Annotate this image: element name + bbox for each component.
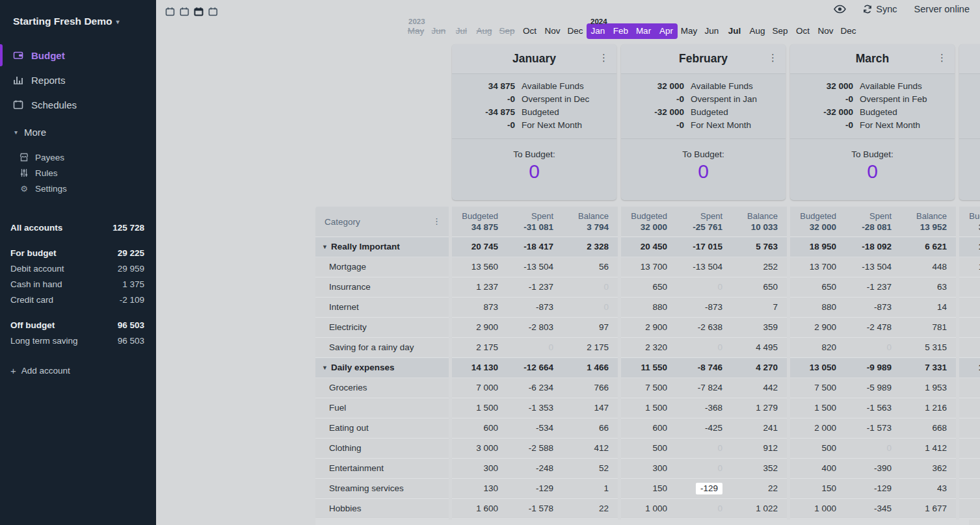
balance-cell[interactable]: 14	[901, 298, 956, 318]
budgeted-cell[interactable]: 7 000	[452, 378, 507, 398]
category-name[interactable]: Insurrance	[315, 277, 449, 298]
spent-cell[interactable]: 0	[845, 439, 901, 459]
budgeted-cell[interactable]: 1 500	[621, 398, 676, 418]
balance-cell[interactable]: 0	[563, 298, 618, 318]
balance-cell[interactable]: 22	[732, 479, 787, 499]
budgeted-cell[interactable]: 11 550	[621, 358, 676, 378]
budget-file-selector[interactable]: Starting Fresh Demo ▾	[0, 0, 156, 27]
budgeted-cell[interactable]: 3 000	[959, 499, 980, 519]
budgeted-cell[interactable]: 150	[790, 479, 845, 499]
budgeted-cell[interactable]: 600	[621, 418, 676, 439]
account-row[interactable]: Debit account29 959	[0, 261, 156, 276]
sidebar-item-budget[interactable]: Budget	[0, 43, 156, 68]
collapse-triangle-icon[interactable]: ▼	[322, 237, 328, 257]
balance-cell[interactable]: 650	[732, 277, 787, 298]
timeline-month[interactable]: Aug	[473, 23, 496, 39]
sidebar-item-schedules[interactable]: Schedules	[0, 92, 156, 117]
budgeted-cell[interactable]: 18 450	[959, 237, 980, 257]
budgeted-cell[interactable]: 650	[959, 277, 980, 298]
category-name[interactable]: Internet	[315, 298, 449, 318]
balance-cell[interactable]: 43	[901, 479, 956, 499]
timeline-month[interactable]: Jul	[450, 23, 473, 39]
budgeted-cell[interactable]: 873	[452, 298, 507, 318]
timeline-month[interactable]: Jul	[723, 23, 746, 39]
category-name[interactable]: Groceries	[315, 378, 449, 398]
balance-cell[interactable]: 63	[901, 277, 956, 298]
spent-cell[interactable]: -13 504	[507, 257, 563, 277]
spent-cell[interactable]: 0	[676, 277, 732, 298]
collapse-triangle-icon[interactable]: ▼	[322, 358, 328, 378]
spent-cell[interactable]: 0	[676, 459, 732, 479]
account-row[interactable]: Off budget96 503	[0, 317, 156, 333]
balance-cell[interactable]: 5 315	[901, 338, 956, 358]
budgeted-cell[interactable]: 1 500	[959, 398, 980, 418]
timeline-month[interactable]: May2023	[404, 23, 427, 39]
timeline-month[interactable]: Feb	[609, 23, 632, 39]
spent-cell[interactable]: -368	[676, 398, 732, 418]
spent-cell[interactable]: -129	[676, 479, 732, 499]
budgeted-cell[interactable]: 7 500	[959, 378, 980, 398]
spent-cell[interactable]: -12 664	[507, 358, 563, 378]
balance-cell[interactable]: 1	[563, 479, 618, 499]
budgeted-cell[interactable]: 18 950	[790, 237, 845, 257]
budgeted-cell[interactable]: 150	[621, 479, 676, 499]
spent-cell[interactable]: -2 803	[507, 318, 563, 338]
category-name[interactable]: Mortgage	[315, 257, 449, 277]
spent-cell[interactable]: -7 824	[676, 378, 732, 398]
budgeted-cell[interactable]: 600	[452, 418, 507, 439]
timeline-month[interactable]: Dec	[837, 23, 860, 39]
to-budget-value[interactable]: 0	[698, 160, 709, 183]
budgeted-cell[interactable]: 1 000	[621, 499, 676, 519]
spent-cell[interactable]: -129	[845, 479, 901, 499]
spent-cell[interactable]: -873	[676, 298, 732, 318]
balance-cell[interactable]: 66	[563, 418, 618, 439]
budgeted-cell[interactable]: 400	[790, 459, 845, 479]
balance-cell[interactable]: 412	[563, 439, 618, 459]
budgeted-cell[interactable]: 2 900	[790, 318, 845, 338]
balance-cell[interactable]: 766	[563, 378, 618, 398]
timeline-month[interactable]: Mar	[632, 23, 655, 39]
balance-cell[interactable]: 352	[732, 459, 787, 479]
balance-cell[interactable]: 668	[901, 418, 956, 439]
balance-cell[interactable]: 252	[732, 257, 787, 277]
balance-cell[interactable]: 4 270	[732, 358, 787, 378]
budgeted-cell[interactable]: 1 500	[452, 398, 507, 418]
calendar-icon[interactable]	[207, 5, 219, 17]
balance-cell[interactable]: 1 466	[563, 358, 618, 378]
balance-cell[interactable]: 22	[563, 499, 618, 519]
account-row[interactable]: Credit card-2 109	[0, 292, 156, 307]
account-row[interactable]: Long term saving96 503	[0, 333, 156, 348]
budgeted-cell[interactable]: 20 745	[452, 237, 507, 257]
sidebar-more-toggle[interactable]: ▾ More	[0, 121, 156, 143]
privacy-eye-button[interactable]	[834, 5, 846, 14]
spent-cell[interactable]: 0	[507, 338, 563, 358]
category-menu-icon[interactable]: ⋮	[432, 216, 441, 226]
account-row[interactable]: Cash in hand1 375	[0, 276, 156, 292]
calendar-icon[interactable]	[178, 5, 190, 17]
budgeted-cell[interactable]: 500	[790, 439, 845, 459]
balance-cell[interactable]: 241	[732, 418, 787, 439]
balance-cell[interactable]: 781	[901, 318, 956, 338]
budgeted-cell[interactable]: 1 000	[790, 499, 845, 519]
timeline-month[interactable]: Oct	[518, 23, 541, 39]
balance-cell[interactable]: 4 495	[732, 338, 787, 358]
timeline-month[interactable]: May	[678, 23, 700, 39]
budgeted-cell[interactable]: 13 050	[790, 358, 845, 378]
budgeted-cell[interactable]: 13 550	[959, 358, 980, 378]
budgeted-cell[interactable]: 2 175	[452, 338, 507, 358]
budgeted-cell[interactable]: 1 600	[452, 499, 507, 519]
spent-cell[interactable]: -390	[845, 459, 901, 479]
spent-cell[interactable]: -13 504	[676, 257, 732, 277]
timeline-month[interactable]: Apr	[655, 23, 678, 39]
sync-button[interactable]: Sync	[863, 4, 897, 14]
spent-cell[interactable]: -6 234	[507, 378, 563, 398]
balance-cell[interactable]: 7	[732, 298, 787, 318]
spent-cell[interactable]: -5 989	[845, 378, 901, 398]
category-name[interactable]: Entertainment	[315, 459, 449, 479]
spent-cell[interactable]: 0	[676, 499, 732, 519]
to-budget-value[interactable]: 0	[867, 160, 878, 183]
balance-cell[interactable]: 2 175	[563, 338, 618, 358]
month-menu-icon[interactable]: ⋮	[768, 53, 778, 62]
budgeted-cell[interactable]: 13 700	[790, 257, 845, 277]
budgeted-cell[interactable]: 400	[959, 459, 980, 479]
